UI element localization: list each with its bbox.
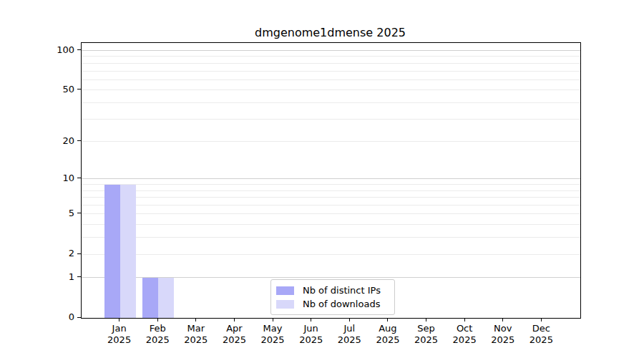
- y-tick-label: 100: [43, 44, 74, 56]
- legend-swatch: [276, 300, 294, 309]
- y-axis-tick: [77, 140, 81, 141]
- gridline-minor: [82, 71, 580, 72]
- gridline-minor: [82, 56, 580, 57]
- bar-nb-of-downloads: [158, 278, 174, 318]
- x-axis-tick: [541, 318, 542, 321]
- y-axis-tick: [77, 253, 81, 254]
- gridline-minor: [82, 224, 580, 225]
- y-axis-tick: [77, 317, 81, 318]
- gridline-minor: [82, 184, 580, 185]
- x-axis-tick: [387, 318, 388, 321]
- gridline-minor: [82, 119, 580, 120]
- legend-label: Nb of downloads: [303, 299, 380, 309]
- x-axis-tick: [273, 318, 273, 321]
- gridline-minor: [82, 254, 580, 255]
- legend-label: Nb of distinct IPs: [303, 285, 381, 296]
- gridline-minor: [82, 141, 580, 142]
- gridline-minor: [82, 197, 580, 198]
- y-tick-label: 20: [43, 135, 74, 147]
- gridline-minor: [82, 205, 580, 205]
- y-tick-label: 5: [43, 208, 74, 219]
- x-axis-tick: [464, 318, 465, 321]
- x-axis-tick: [119, 318, 119, 321]
- y-axis-tick: [77, 213, 81, 213]
- y-axis-tick: [77, 49, 81, 50]
- y-axis-tick: [77, 276, 81, 277]
- y-tick-label: 1: [43, 271, 74, 283]
- gridline-minor: [82, 63, 580, 64]
- x-axis-tick: [157, 318, 158, 321]
- y-tick-label: 50: [43, 84, 74, 95]
- plot-area: [81, 42, 581, 319]
- x-axis-tick: [311, 318, 311, 321]
- gridline-major: [82, 50, 580, 51]
- y-tick-label: 10: [43, 173, 74, 184]
- x-tick-label: Dec2025: [518, 323, 564, 346]
- legend-row: Nb of distinct IPs: [276, 284, 389, 297]
- gridline-major: [82, 178, 580, 179]
- figure: dmgenome1dmense 2025 0125102050100Jan202…: [0, 0, 644, 358]
- x-axis-tick: [349, 318, 350, 321]
- legend: Nb of distinct IPsNb of downloads: [270, 279, 395, 315]
- chart-title: dmgenome1dmense 2025: [81, 26, 580, 42]
- legend-row: Nb of downloads: [276, 297, 389, 311]
- gridline-minor: [82, 90, 580, 90]
- gridline-minor: [82, 102, 580, 103]
- x-tick-month: Dec: [518, 323, 564, 334]
- legend-swatch: [276, 286, 294, 295]
- x-axis-tick: [234, 318, 235, 321]
- gridline-minor: [82, 79, 580, 80]
- y-axis-tick: [77, 178, 81, 178]
- y-axis-tick: [77, 89, 81, 90]
- gridline-minor: [82, 190, 580, 191]
- bar-nb-of-distinct-ips: [104, 185, 120, 318]
- gridline-minor: [82, 213, 580, 214]
- bar-nb-of-downloads: [120, 185, 136, 318]
- x-axis-tick: [195, 318, 196, 321]
- x-axis-tick: [502, 318, 503, 321]
- y-tick-label: 2: [43, 248, 74, 259]
- x-tick-year: 2025: [518, 334, 564, 346]
- y-tick-label: 0: [43, 311, 74, 323]
- gridline-minor: [82, 237, 580, 238]
- x-axis-tick: [426, 318, 426, 321]
- bar-nb-of-distinct-ips: [142, 278, 158, 318]
